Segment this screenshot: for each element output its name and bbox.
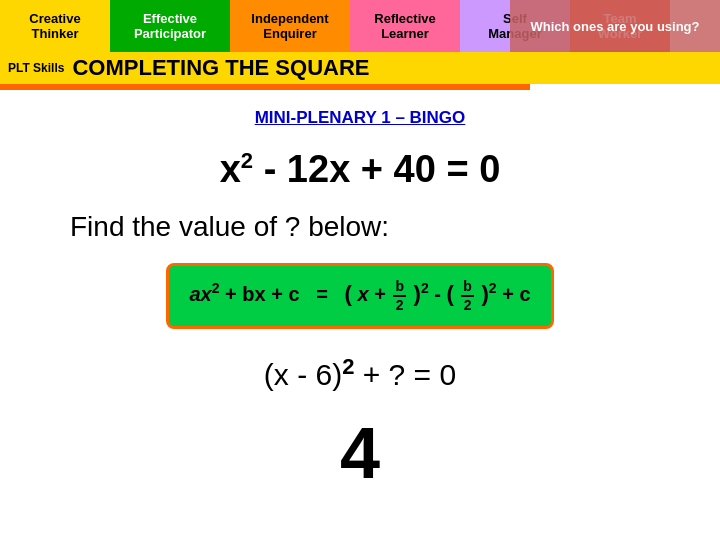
answer-value: 4 [30,412,690,494]
nav-creative-thinker[interactable]: CreativeThinker [0,0,110,52]
nav-independent-enquirer[interactable]: IndependentEnquirer [230,0,350,52]
find-value-instruction: Find the value of ? below: [30,211,690,243]
top-navigation: CreativeThinker EffectiveParticipator In… [0,0,720,52]
nav-reflective-learner[interactable]: ReflectiveLearner [350,0,460,52]
completing-square-result: (x - 6)2 + ? = 0 [30,354,690,392]
which-ones-label: Which ones are you using? [510,0,720,52]
formula-box: ax2 + bx + c = ( x + b 2 )2 - ( b 2 )2 +… [166,263,553,329]
nav-effective-participator[interactable]: EffectiveParticipator [110,0,230,52]
main-equation: x2 - 12x + 40 = 0 [30,148,690,191]
mini-plenary-heading: MINI-PLENARY 1 – BINGO [30,108,690,128]
plt-skills-label: PLT Skills [8,61,64,75]
page-title: COMPLETING THE SQUARE [72,55,369,81]
main-content: MINI-PLENARY 1 – BINGO x2 - 12x + 40 = 0… [0,90,720,504]
